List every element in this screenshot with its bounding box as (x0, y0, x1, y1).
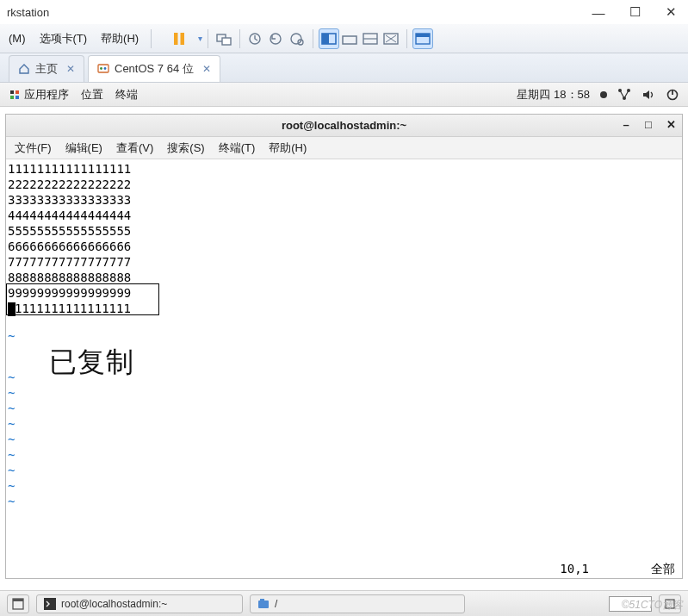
show-desktop-button[interactable] (7, 594, 29, 613)
term-line: 22222222222222222 (8, 177, 677, 192)
volume-icon[interactable] (642, 88, 655, 102)
taskbar-item-terminal[interactable]: root@localhostadmin:~ (36, 594, 243, 613)
home-icon (18, 63, 30, 75)
separator (406, 29, 407, 48)
terminal-titlebar[interactable]: root@localhostadmin:~ – □ ✕ (6, 115, 682, 137)
window-controls: — ☐ ✕ (592, 5, 683, 19)
term-menu-terminal[interactable]: 终端(T) (219, 140, 256, 156)
vim-tilde: ~ (8, 401, 677, 416)
gnome-places-menu[interactable]: 位置 (81, 87, 103, 103)
term-menu-edit[interactable]: 编辑(E) (65, 140, 102, 156)
taskbar-item-files[interactable]: / (250, 594, 465, 613)
menu-m[interactable]: (M) (2, 32, 33, 45)
tabs-bar: 主页 ✕ CentOS 7 64 位 ✕ (0, 53, 688, 83)
gnome-terminal-menu[interactable]: 终端 (115, 87, 138, 103)
view-console-icon[interactable] (360, 28, 381, 49)
term-menu-file[interactable]: 文件(F) (15, 140, 52, 156)
taskbar-item-label: / (275, 598, 277, 610)
app-title: rkstation (5, 6, 49, 19)
tab-home-label: 主页 (35, 61, 58, 77)
svg-point-20 (104, 67, 107, 70)
gnome-apps-label: 应用程序 (24, 87, 69, 103)
snapshot-take-icon[interactable] (245, 28, 266, 49)
recording-indicator-icon (600, 91, 607, 98)
svg-point-19 (100, 67, 102, 70)
tab-vm-label: CentOS 7 64 位 (115, 61, 194, 77)
terminal-maximize-button[interactable]: □ (642, 118, 654, 130)
term-line: 1111111111111111 (8, 301, 677, 316)
separator (208, 29, 208, 48)
svg-rect-21 (10, 90, 14, 94)
gnome-clock[interactable]: 星期四 18：58 (517, 87, 590, 103)
term-line: 11111111111111111 (8, 161, 677, 177)
term-line: 66666666666666666 (8, 239, 677, 254)
term-line: 99999999999999999 (8, 285, 677, 301)
network-icon[interactable] (617, 88, 631, 102)
svg-rect-32 (44, 598, 56, 610)
send-ctrl-alt-del-icon[interactable] (214, 28, 234, 49)
snapshot-manager-icon[interactable] (287, 28, 307, 49)
term-line: 88888888888888888 (8, 270, 677, 285)
vim-scope: 全部 (651, 561, 675, 576)
terminal-title: root@localhostadmin:~ (282, 119, 406, 132)
gnome-top-bar: 应用程序 位置 终端 星期四 18：58 (0, 83, 688, 107)
svg-rect-34 (260, 599, 264, 601)
term-menu-search[interactable]: 搜索(S) (167, 140, 204, 156)
view-library-icon[interactable] (412, 28, 433, 49)
tray-overflow-button[interactable] (659, 594, 681, 613)
svg-rect-22 (15, 90, 19, 94)
pause-dropdown[interactable]: ▾ (198, 34, 202, 43)
vim-tilde: ~ (8, 494, 677, 509)
vim-tilde: ~ (8, 463, 677, 478)
gnome-apps-menu[interactable]: 应用程序 (9, 87, 69, 103)
menu-help[interactable]: 帮助(H) (94, 31, 146, 47)
separator (313, 29, 313, 48)
svg-rect-31 (13, 599, 23, 601)
view-fullscreen-icon[interactable] (319, 28, 339, 49)
terminal-window: root@localhostadmin:~ – □ ✕ 文件(F) 编辑(E) … (5, 114, 683, 579)
vim-cursor-pos: 10,1 (560, 561, 589, 576)
view-stretch-icon[interactable] (381, 28, 401, 49)
svg-rect-23 (10, 96, 14, 99)
vim-tilde: ~ (8, 328, 677, 344)
tab-vm[interactable]: CentOS 7 64 位 ✕ (88, 55, 220, 82)
svg-rect-3 (222, 38, 231, 45)
pause-button[interactable] (169, 28, 189, 49)
svg-rect-35 (666, 600, 674, 608)
taskbar-item-label: root@localhostadmin:~ (61, 598, 167, 610)
tab-home[interactable]: 主页 ✕ (9, 55, 84, 82)
gnome-taskbar: root@localhostadmin:~ / (0, 590, 688, 616)
svg-rect-0 (174, 33, 178, 45)
terminal-menubar: 文件(F) 编辑(E) 查看(V) 搜索(S) 终端(T) 帮助(H) (6, 137, 682, 159)
annotation-copied: 已复制 (49, 354, 677, 370)
terminal-body[interactable]: 11111111111111111 22222222222222222 3333… (6, 159, 682, 578)
tab-close-icon[interactable]: ✕ (66, 63, 75, 75)
power-icon[interactable] (666, 88, 679, 102)
separator (151, 29, 152, 48)
terminal-icon (44, 598, 56, 610)
terminal-close-button[interactable]: ✕ (665, 118, 677, 130)
view-unity-icon[interactable] (339, 28, 360, 49)
terminal-minimize-button[interactable]: – (620, 118, 632, 130)
vim-tilde: ~ (8, 416, 677, 432)
svg-point-6 (291, 34, 301, 44)
svg-rect-17 (416, 34, 430, 37)
menubar: (M) 选项卡(T) 帮助(H) ▾ (0, 24, 688, 53)
vim-tilde: ~ (8, 385, 677, 401)
vim-tilde: ~ (8, 432, 677, 447)
term-menu-help[interactable]: 帮助(H) (269, 140, 307, 156)
svg-rect-33 (258, 600, 269, 608)
snapshot-revert-icon[interactable] (266, 28, 287, 49)
minimize-button[interactable]: — (592, 5, 605, 19)
tab-close-icon[interactable]: ✕ (202, 63, 211, 75)
maximize-button[interactable]: ☐ (628, 5, 642, 19)
term-line: 33333333333333333 (8, 192, 677, 208)
svg-rect-10 (343, 36, 356, 44)
vim-statusline: 10,1 全部 (13, 561, 675, 576)
term-menu-view[interactable]: 查看(V) (116, 140, 153, 156)
close-button[interactable]: ✕ (664, 5, 678, 19)
input-method-indicator[interactable] (609, 596, 652, 612)
vm-icon (97, 63, 109, 75)
svg-rect-18 (98, 65, 108, 72)
menu-tabs[interactable]: 选项卡(T) (33, 31, 95, 47)
